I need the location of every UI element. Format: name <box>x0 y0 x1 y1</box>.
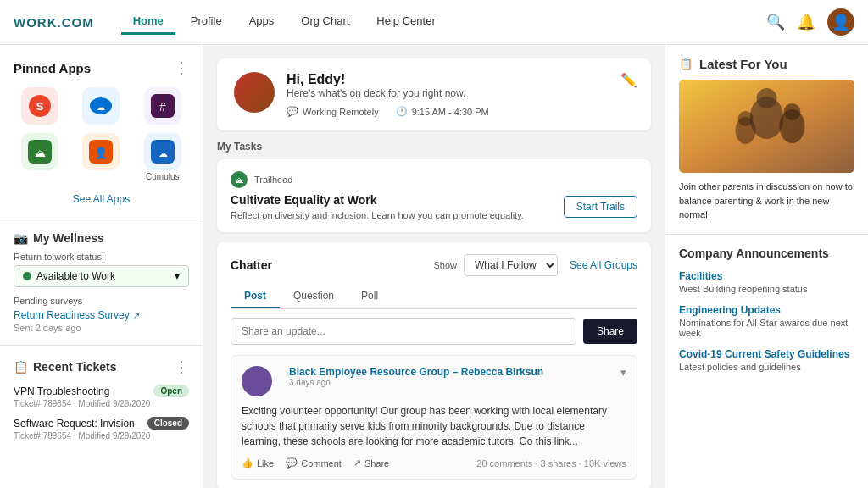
tab-question[interactable]: Question <box>280 285 348 308</box>
pinned-apps-title: Pinned Apps <box>14 61 91 75</box>
logo: WORK.COM <box>14 15 94 30</box>
announcement-desc-3: Latest policies and guidelines <box>679 362 854 372</box>
announcement-desc-1: West Building reopening status <box>679 284 854 294</box>
latest-desc: Join other parents in discussion on how … <box>679 180 854 222</box>
ticket-badge-closed: Closed <box>147 417 189 430</box>
start-trails-button[interactable]: Start Trails <box>564 196 637 218</box>
chatter-title: Chatter <box>231 258 272 272</box>
app-icon-service[interactable]: S <box>14 87 66 125</box>
svg-text:☁: ☁ <box>97 103 105 112</box>
available-label: Available to Work <box>36 270 115 282</box>
ticket-meta-1: Ticket# 789654 · Modified 9/29/2020 <box>14 399 189 408</box>
chatter-tabs: Post Question Poll <box>231 285 637 309</box>
post-stats: 20 comments · 3 shares · 10K views <box>476 458 626 469</box>
announcement-link-2[interactable]: Engineering Updates <box>679 304 854 316</box>
announcement-link-3[interactable]: Covid-19 Current Safety Guidelines <box>679 348 854 360</box>
show-select[interactable]: What I Follow <box>464 254 558 276</box>
recent-tickets-section: 📋 Recent Tickets ⋮ VPN Troubleshooting O… <box>0 346 203 461</box>
share-action[interactable]: ↗ Share <box>353 458 389 469</box>
post-expand-icon[interactable]: ▾ <box>620 366 626 379</box>
like-action[interactable]: 👍 Like <box>242 458 274 469</box>
svg-point-18 <box>757 88 777 108</box>
latest-for-you-section: 📋 Latest For You <box>665 45 868 235</box>
nav-orgchart[interactable]: Org Chart <box>289 9 361 35</box>
latest-thumbnail[interactable]: ▶ <box>679 80 854 173</box>
bell-icon[interactable]: 🔔 <box>797 13 815 31</box>
search-icon[interactable]: 🔍 <box>766 13 785 31</box>
tickets-header: 📋 Recent Tickets ⋮ <box>14 358 189 376</box>
comment-action[interactable]: 💬 Comment <box>286 458 342 469</box>
chat-icon: 💬 <box>287 106 298 117</box>
greeting-sub: Here's what's on deck for you right now. <box>287 87 489 99</box>
latest-title: Latest For You <box>699 57 787 71</box>
see-all-groups-link[interactable]: See All Groups <box>570 259 637 271</box>
nav-home[interactable]: Home <box>121 9 175 35</box>
ticket-meta-2: Ticket# 789654 · Modified 9/29/2020 <box>14 431 189 441</box>
post-meta: Black Employee Resource Group – Rebecca … <box>289 366 543 387</box>
announcement-link-1[interactable]: Facilities <box>679 270 854 282</box>
pending-surveys: Pending surveys Return Readiness Survey … <box>14 296 189 333</box>
ticket-icon: 📋 <box>14 360 28 374</box>
svg-text:⛰: ⛰ <box>35 147 46 159</box>
task-desc: Reflect on diversity and inclusion. Lear… <box>231 210 524 220</box>
user-avatar[interactable]: 👤 <box>827 8 854 36</box>
post-group[interactable]: Black Employee Resource Group – Rebecca … <box>289 366 543 378</box>
app-icon-cumulus[interactable]: ☁ Cumulus <box>136 133 189 181</box>
return-readiness-survey-link[interactable]: Return Readiness Survey ↗ <box>14 309 189 321</box>
nav-profile[interactable]: Profile <box>179 9 234 35</box>
svg-text:☁: ☁ <box>158 148 167 158</box>
announcements-title: Company Announcements <box>679 247 854 260</box>
comment-icon: 💬 <box>286 458 298 469</box>
app-icon-avatar[interactable]: 👤 <box>75 133 127 181</box>
post-input[interactable] <box>231 318 576 345</box>
ticket-row-1: VPN Troubleshooting Open <box>14 385 189 397</box>
post-avatar <box>242 366 272 396</box>
right-panel: 📋 Latest For You <box>665 45 868 488</box>
available-work-dropdown[interactable]: Available to Work ▾ <box>14 265 189 287</box>
share-button[interactable]: Share <box>583 319 637 344</box>
svg-point-20 <box>738 111 754 126</box>
clock-icon: 🕐 <box>396 106 408 117</box>
svg-text:👤: 👤 <box>94 146 108 160</box>
chatter-top: Chatter Show What I Follow See All Group… <box>231 254 637 276</box>
nav-apps[interactable]: Apps <box>237 9 287 35</box>
pending-label: Pending surveys <box>14 296 189 306</box>
tab-post[interactable]: Post <box>231 285 280 308</box>
center-panel: Hi, Eddy! Here's what's on deck for you … <box>203 45 665 488</box>
greeting-name: Hi, Eddy! <box>287 72 489 87</box>
app-icon-mountain[interactable]: ⛰ <box>14 133 66 181</box>
task-header: ⛰ Trailhead <box>231 171 637 188</box>
ticket-name-2: Software Request: Invision <box>14 418 135 430</box>
ticket-item-1: VPN Troubleshooting Open Ticket# 789654 … <box>14 385 189 408</box>
chatter-post: Black Employee Resource Group – Rebecca … <box>231 355 637 480</box>
app-icon-slack[interactable]: # <box>136 87 189 125</box>
svg-text:⛰: ⛰ <box>235 175 243 185</box>
svg-point-19 <box>784 103 801 120</box>
tab-poll[interactable]: Poll <box>348 285 392 308</box>
pinned-apps-menu[interactable]: ⋮ <box>174 58 189 77</box>
ticket-row-2: Software Request: Invision Closed <box>14 417 189 430</box>
app-icon-salesforce[interactable]: ☁ <box>75 87 127 125</box>
tickets-menu[interactable]: ⋮ <box>174 358 189 376</box>
post-actions: 👍 Like 💬 Comment ↗ Share <box>242 458 389 469</box>
wellness-icon: 📷 <box>14 231 28 245</box>
nav-right-icons: 🔍 🔔 👤 <box>766 8 854 36</box>
wellness-section: 📷 My Wellness Return to work status: Ava… <box>0 219 203 346</box>
edit-icon[interactable]: ✏️ <box>620 72 637 88</box>
show-label: Show <box>433 260 457 270</box>
see-all-apps-link[interactable]: See All Apps <box>14 190 189 205</box>
post-time: 3 days ago <box>289 378 543 387</box>
chatter-card: Chatter Show What I Follow See All Group… <box>217 242 651 488</box>
location-text: Working Remotely <box>303 107 379 117</box>
tickets-title: 📋 Recent Tickets <box>14 360 117 374</box>
nav-helpcenter[interactable]: Help Center <box>364 9 447 35</box>
nav-links: Home Profile Apps Org Chart Help Center <box>121 9 766 35</box>
trailhead-icon: ⛰ <box>231 171 248 188</box>
available-dot <box>23 272 31 280</box>
latest-icon: 📋 <box>679 58 693 70</box>
greeting-avatar <box>234 72 275 113</box>
show-row: Show What I Follow <box>433 254 558 276</box>
thumbs-up-icon: 👍 <box>242 458 253 469</box>
task-title: Cultivate Equality at Work <box>231 193 524 207</box>
ticket-badge-open: Open <box>153 385 189 397</box>
